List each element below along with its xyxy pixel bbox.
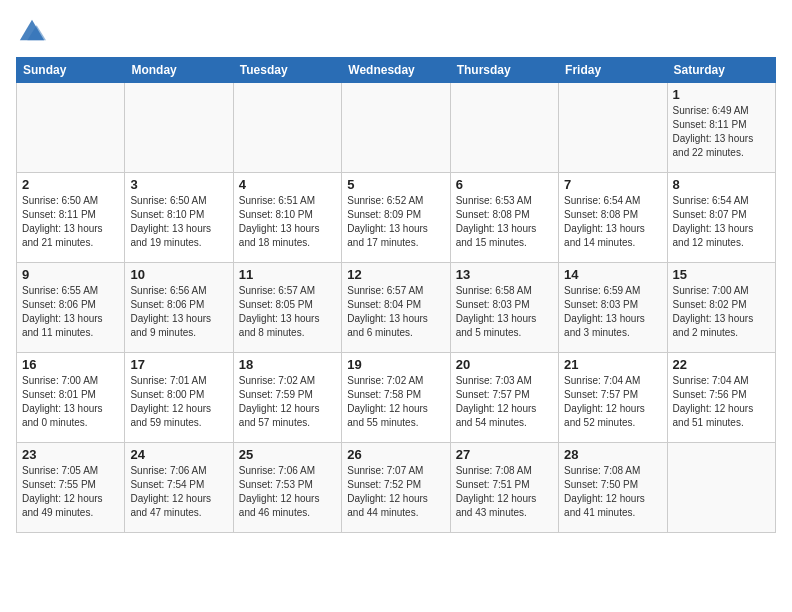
calendar-cell: 13Sunrise: 6:58 AM Sunset: 8:03 PM Dayli… — [450, 262, 558, 352]
calendar-cell — [559, 82, 667, 172]
calendar-cell: 23Sunrise: 7:05 AM Sunset: 7:55 PM Dayli… — [17, 442, 125, 532]
day-info: Sunrise: 6:59 AM Sunset: 8:03 PM Dayligh… — [564, 284, 661, 340]
day-number: 3 — [130, 177, 227, 192]
day-number: 27 — [456, 447, 553, 462]
calendar-cell: 6Sunrise: 6:53 AM Sunset: 8:08 PM Daylig… — [450, 172, 558, 262]
day-number: 8 — [673, 177, 770, 192]
logo-icon — [18, 16, 46, 44]
day-info: Sunrise: 6:52 AM Sunset: 8:09 PM Dayligh… — [347, 194, 444, 250]
day-info: Sunrise: 7:06 AM Sunset: 7:53 PM Dayligh… — [239, 464, 336, 520]
calendar-cell: 25Sunrise: 7:06 AM Sunset: 7:53 PM Dayli… — [233, 442, 341, 532]
day-info: Sunrise: 6:57 AM Sunset: 8:05 PM Dayligh… — [239, 284, 336, 340]
day-number: 16 — [22, 357, 119, 372]
day-number: 28 — [564, 447, 661, 462]
weekday-header-friday: Friday — [559, 57, 667, 82]
day-info: Sunrise: 6:50 AM Sunset: 8:10 PM Dayligh… — [130, 194, 227, 250]
calendar-cell: 3Sunrise: 6:50 AM Sunset: 8:10 PM Daylig… — [125, 172, 233, 262]
calendar-cell: 27Sunrise: 7:08 AM Sunset: 7:51 PM Dayli… — [450, 442, 558, 532]
calendar-cell: 8Sunrise: 6:54 AM Sunset: 8:07 PM Daylig… — [667, 172, 775, 262]
calendar-cell: 21Sunrise: 7:04 AM Sunset: 7:57 PM Dayli… — [559, 352, 667, 442]
day-info: Sunrise: 7:04 AM Sunset: 7:56 PM Dayligh… — [673, 374, 770, 430]
weekday-header-tuesday: Tuesday — [233, 57, 341, 82]
day-info: Sunrise: 6:53 AM Sunset: 8:08 PM Dayligh… — [456, 194, 553, 250]
day-info: Sunrise: 6:54 AM Sunset: 8:07 PM Dayligh… — [673, 194, 770, 250]
day-info: Sunrise: 7:01 AM Sunset: 8:00 PM Dayligh… — [130, 374, 227, 430]
calendar-cell: 20Sunrise: 7:03 AM Sunset: 7:57 PM Dayli… — [450, 352, 558, 442]
calendar-week-row: 16Sunrise: 7:00 AM Sunset: 8:01 PM Dayli… — [17, 352, 776, 442]
weekday-header-saturday: Saturday — [667, 57, 775, 82]
day-number: 22 — [673, 357, 770, 372]
weekday-header-thursday: Thursday — [450, 57, 558, 82]
day-number: 11 — [239, 267, 336, 282]
calendar-week-row: 1Sunrise: 6:49 AM Sunset: 8:11 PM Daylig… — [17, 82, 776, 172]
day-info: Sunrise: 7:07 AM Sunset: 7:52 PM Dayligh… — [347, 464, 444, 520]
calendar-cell: 28Sunrise: 7:08 AM Sunset: 7:50 PM Dayli… — [559, 442, 667, 532]
calendar-cell: 9Sunrise: 6:55 AM Sunset: 8:06 PM Daylig… — [17, 262, 125, 352]
day-info: Sunrise: 7:05 AM Sunset: 7:55 PM Dayligh… — [22, 464, 119, 520]
day-info: Sunrise: 6:58 AM Sunset: 8:03 PM Dayligh… — [456, 284, 553, 340]
weekday-header-monday: Monday — [125, 57, 233, 82]
day-number: 18 — [239, 357, 336, 372]
calendar-cell: 22Sunrise: 7:04 AM Sunset: 7:56 PM Dayli… — [667, 352, 775, 442]
calendar-cell: 24Sunrise: 7:06 AM Sunset: 7:54 PM Dayli… — [125, 442, 233, 532]
day-number: 25 — [239, 447, 336, 462]
calendar-cell — [125, 82, 233, 172]
day-info: Sunrise: 7:08 AM Sunset: 7:50 PM Dayligh… — [564, 464, 661, 520]
calendar-cell: 7Sunrise: 6:54 AM Sunset: 8:08 PM Daylig… — [559, 172, 667, 262]
calendar-cell: 12Sunrise: 6:57 AM Sunset: 8:04 PM Dayli… — [342, 262, 450, 352]
calendar-cell: 2Sunrise: 6:50 AM Sunset: 8:11 PM Daylig… — [17, 172, 125, 262]
day-info: Sunrise: 6:55 AM Sunset: 8:06 PM Dayligh… — [22, 284, 119, 340]
calendar-cell: 18Sunrise: 7:02 AM Sunset: 7:59 PM Dayli… — [233, 352, 341, 442]
day-info: Sunrise: 6:50 AM Sunset: 8:11 PM Dayligh… — [22, 194, 119, 250]
day-number: 4 — [239, 177, 336, 192]
calendar-cell — [17, 82, 125, 172]
day-number: 24 — [130, 447, 227, 462]
day-number: 19 — [347, 357, 444, 372]
calendar-cell: 19Sunrise: 7:02 AM Sunset: 7:58 PM Dayli… — [342, 352, 450, 442]
day-number: 9 — [22, 267, 119, 282]
day-number: 20 — [456, 357, 553, 372]
day-info: Sunrise: 7:02 AM Sunset: 7:58 PM Dayligh… — [347, 374, 444, 430]
page-header — [16, 16, 776, 49]
calendar-cell — [667, 442, 775, 532]
day-info: Sunrise: 7:06 AM Sunset: 7:54 PM Dayligh… — [130, 464, 227, 520]
calendar-header-row: SundayMondayTuesdayWednesdayThursdayFrid… — [17, 57, 776, 82]
calendar-table: SundayMondayTuesdayWednesdayThursdayFrid… — [16, 57, 776, 533]
day-info: Sunrise: 6:54 AM Sunset: 8:08 PM Dayligh… — [564, 194, 661, 250]
calendar-cell: 15Sunrise: 7:00 AM Sunset: 8:02 PM Dayli… — [667, 262, 775, 352]
day-number: 14 — [564, 267, 661, 282]
calendar-week-row: 2Sunrise: 6:50 AM Sunset: 8:11 PM Daylig… — [17, 172, 776, 262]
logo — [16, 16, 46, 49]
day-info: Sunrise: 7:03 AM Sunset: 7:57 PM Dayligh… — [456, 374, 553, 430]
calendar-cell: 17Sunrise: 7:01 AM Sunset: 8:00 PM Dayli… — [125, 352, 233, 442]
day-info: Sunrise: 7:08 AM Sunset: 7:51 PM Dayligh… — [456, 464, 553, 520]
day-info: Sunrise: 6:56 AM Sunset: 8:06 PM Dayligh… — [130, 284, 227, 340]
day-info: Sunrise: 6:57 AM Sunset: 8:04 PM Dayligh… — [347, 284, 444, 340]
day-number: 23 — [22, 447, 119, 462]
day-number: 21 — [564, 357, 661, 372]
day-number: 13 — [456, 267, 553, 282]
calendar-cell: 4Sunrise: 6:51 AM Sunset: 8:10 PM Daylig… — [233, 172, 341, 262]
day-number: 5 — [347, 177, 444, 192]
day-info: Sunrise: 6:49 AM Sunset: 8:11 PM Dayligh… — [673, 104, 770, 160]
calendar-cell — [233, 82, 341, 172]
calendar-cell: 26Sunrise: 7:07 AM Sunset: 7:52 PM Dayli… — [342, 442, 450, 532]
day-number: 26 — [347, 447, 444, 462]
day-info: Sunrise: 7:02 AM Sunset: 7:59 PM Dayligh… — [239, 374, 336, 430]
calendar-cell: 11Sunrise: 6:57 AM Sunset: 8:05 PM Dayli… — [233, 262, 341, 352]
weekday-header-sunday: Sunday — [17, 57, 125, 82]
day-number: 15 — [673, 267, 770, 282]
day-number: 2 — [22, 177, 119, 192]
calendar-cell: 16Sunrise: 7:00 AM Sunset: 8:01 PM Dayli… — [17, 352, 125, 442]
day-number: 12 — [347, 267, 444, 282]
calendar-cell — [450, 82, 558, 172]
day-number: 7 — [564, 177, 661, 192]
day-info: Sunrise: 7:04 AM Sunset: 7:57 PM Dayligh… — [564, 374, 661, 430]
calendar-cell — [342, 82, 450, 172]
calendar-week-row: 23Sunrise: 7:05 AM Sunset: 7:55 PM Dayli… — [17, 442, 776, 532]
calendar-cell: 1Sunrise: 6:49 AM Sunset: 8:11 PM Daylig… — [667, 82, 775, 172]
calendar-cell: 10Sunrise: 6:56 AM Sunset: 8:06 PM Dayli… — [125, 262, 233, 352]
day-number: 17 — [130, 357, 227, 372]
weekday-header-wednesday: Wednesday — [342, 57, 450, 82]
calendar-cell: 14Sunrise: 6:59 AM Sunset: 8:03 PM Dayli… — [559, 262, 667, 352]
